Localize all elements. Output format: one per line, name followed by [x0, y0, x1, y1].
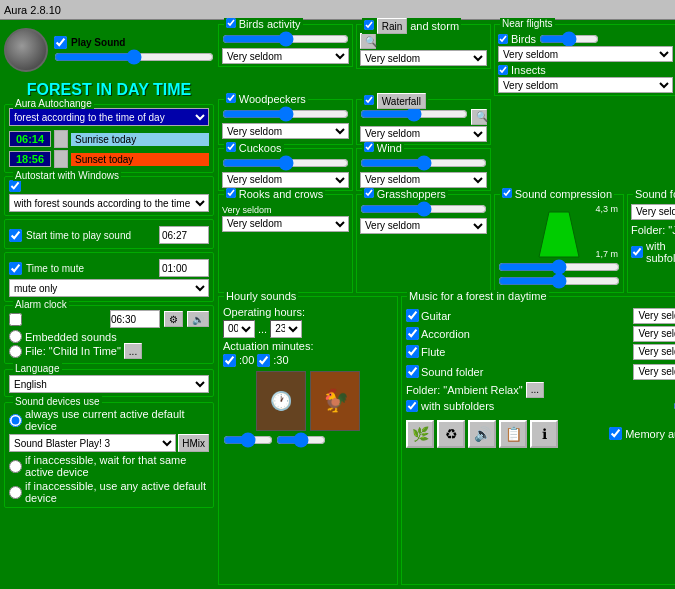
start-time-checkbox[interactable]	[9, 229, 22, 242]
cuckoos-slider[interactable]	[222, 157, 349, 169]
sunrise-spin[interactable]	[54, 130, 68, 148]
always-use-label[interactable]: always use current active default device	[9, 408, 209, 432]
act-min1-checkbox[interactable]	[223, 354, 236, 367]
compression-slider1[interactable]	[498, 261, 620, 273]
sound-device-row: Sound Blaster Play! 3 HMix	[9, 434, 209, 452]
hmix-button[interactable]: HMix	[178, 434, 209, 452]
accordion-label-wrap[interactable]: Accordion	[406, 327, 486, 340]
wind-freq[interactable]: Very seldom	[360, 172, 487, 188]
accordion-freq[interactable]: Very seldom	[633, 326, 675, 342]
sound-icon-btn[interactable]: 🔊	[468, 420, 496, 448]
autostart-check-label[interactable]	[9, 180, 209, 192]
near-flights-birds-slider[interactable]	[539, 33, 599, 45]
flute-checkbox[interactable]	[406, 345, 419, 358]
file-browse-btn[interactable]: ...	[124, 343, 142, 359]
grasshoppers-checkbox[interactable]	[364, 188, 374, 198]
cuckoos-checkbox[interactable]	[226, 142, 236, 152]
rain-button[interactable]: Rain	[377, 18, 408, 34]
time-to-mute-checkbox[interactable]	[9, 262, 22, 275]
play-sound-checkbox[interactable]	[54, 36, 67, 49]
wind-slider[interactable]	[360, 157, 487, 169]
mute-only-select[interactable]: mute only	[9, 279, 209, 297]
subfolder-checkbox[interactable]	[631, 246, 643, 258]
rooks-freq[interactable]: Very seldom	[222, 216, 349, 232]
rain-checkbox[interactable]	[364, 20, 374, 30]
from-hour-select[interactable]: 00	[223, 320, 255, 338]
embedded-sounds-label[interactable]: Embedded sounds	[9, 330, 209, 343]
woodpeckers-section: Woodpeckers Very seldom	[218, 99, 353, 145]
guitar-freq[interactable]: Very seldom	[633, 308, 675, 324]
woodpeckers-checkbox[interactable]	[226, 93, 236, 103]
guitar-checkbox[interactable]	[406, 309, 419, 322]
info-icon-btn[interactable]: ℹ	[530, 420, 558, 448]
accordion-checkbox[interactable]	[406, 327, 419, 340]
clock-slider[interactable]	[223, 434, 273, 446]
near-flights-insects-freq[interactable]: Very seldom	[498, 77, 673, 93]
near-flights-insects-checkbox[interactable]	[498, 65, 508, 75]
waterfall-slider[interactable]	[360, 108, 468, 120]
music-subfolder-checkbox[interactable]	[406, 400, 418, 412]
inaccessible2-radio[interactable]	[9, 486, 22, 499]
music-sound-folder-label[interactable]: Sound folder	[406, 365, 486, 378]
rain-search-btn[interactable]: 🔍	[360, 33, 376, 49]
autostart-select[interactable]: with forest sounds according to the time…	[9, 194, 209, 212]
autostart-checkbox[interactable]	[9, 180, 21, 192]
music-sound-folder-freq[interactable]: Very seldom	[633, 364, 675, 380]
refresh-icon-btn[interactable]: ♻	[437, 420, 465, 448]
grasshoppers-slider[interactable]	[360, 203, 487, 215]
aura-select[interactable]: forest according to the time of day	[9, 108, 209, 126]
waterfall-freq[interactable]: Very seldom	[360, 126, 487, 142]
birds-activity-checkbox[interactable]	[226, 18, 236, 28]
wind-checkbox[interactable]	[364, 142, 374, 152]
sound-compression-checkbox[interactable]	[502, 188, 512, 198]
act-min2-checkbox[interactable]	[257, 354, 270, 367]
file-radio[interactable]	[9, 345, 22, 358]
rooks-checkbox[interactable]	[226, 188, 236, 198]
subfolder-check-label[interactable]: with subfolders	[631, 240, 675, 264]
birds-activity-freq[interactable]: Very seldom	[222, 48, 349, 64]
inaccessible1-label[interactable]: if inaccessible, wait for that same acti…	[9, 454, 209, 478]
near-flights-birds-checkbox[interactable]	[498, 34, 508, 44]
waterfall-checkbox[interactable]	[364, 95, 374, 105]
ambient-browse-btn[interactable]: ...	[526, 382, 544, 398]
volume-slider[interactable]	[54, 51, 214, 63]
alarm-time-input[interactable]	[110, 310, 160, 328]
grasshoppers-freq[interactable]: Very seldom	[360, 218, 487, 234]
compression-slider2[interactable]	[498, 275, 620, 287]
clipboard-icon-btn[interactable]: 📋	[499, 420, 527, 448]
waterfall-search-btn[interactable]: 🔍	[471, 109, 487, 125]
sunset-spin[interactable]	[54, 150, 68, 168]
rooster-slider[interactable]	[276, 434, 326, 446]
hourly-sounds-section: Hourly sounds Operating hours: 00 ... 23	[218, 296, 398, 586]
guitar-label-wrap[interactable]: Guitar	[406, 309, 486, 322]
birds-activity-slider[interactable]	[222, 33, 349, 45]
flute-label-wrap[interactable]: Flute	[406, 345, 486, 358]
music-subfolder-label[interactable]: with subfolders	[406, 400, 494, 412]
start-time-input[interactable]	[159, 226, 209, 244]
flute-freq[interactable]: Very seldom	[633, 344, 675, 360]
alarm-speaker-btn[interactable]: 🔊	[187, 311, 209, 327]
alarm-settings-btn[interactable]: ⚙	[164, 311, 183, 327]
nature-icon-btn[interactable]: 🌿	[406, 420, 434, 448]
woodpeckers-slider[interactable]	[222, 108, 349, 120]
sound-device-select[interactable]: Sound Blaster Play! 3	[9, 434, 176, 452]
inaccessible2-label[interactable]: if inaccessible, use any active default …	[9, 480, 209, 504]
always-use-radio[interactable]	[9, 414, 22, 427]
language-select[interactable]: English	[9, 375, 209, 393]
start-time-row: Start time to play sound	[9, 226, 209, 244]
to-hour-select[interactable]: 23	[270, 320, 302, 338]
memory-auto-clean-label[interactable]: Memory auto cleaning	[609, 427, 675, 440]
memory-auto-clean-checkbox[interactable]	[609, 427, 622, 440]
waterfall-button[interactable]: Waterfall	[377, 93, 426, 109]
alarm-group: Alarm clock ⚙ 🔊 Embedded sounds File: "C…	[4, 305, 214, 364]
alarm-checkbox[interactable]	[9, 313, 22, 326]
music-sound-folder-checkbox[interactable]	[406, 365, 419, 378]
embedded-radio[interactable]	[9, 330, 22, 343]
rain-freq[interactable]: Very seldom	[360, 50, 487, 66]
near-flights-birds-freq[interactable]: Very seldom	[498, 46, 673, 62]
cuckoos-freq[interactable]: Very seldom	[222, 172, 349, 188]
woodpeckers-freq[interactable]: Very seldom	[222, 123, 349, 139]
mute-time-input[interactable]	[159, 259, 209, 277]
sound-folder-freq[interactable]: Very seldom	[631, 204, 675, 220]
inaccessible1-radio[interactable]	[9, 460, 22, 473]
